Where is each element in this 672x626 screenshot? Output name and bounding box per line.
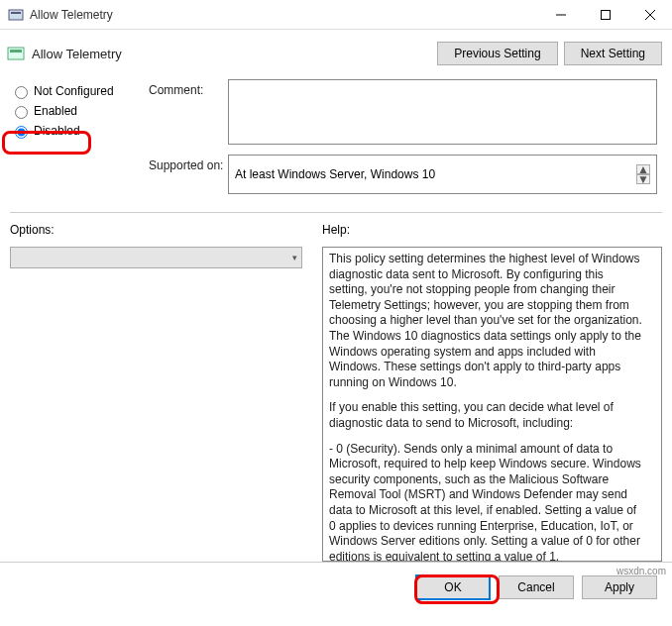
supported-on-label: Supported on: xyxy=(149,155,228,194)
supported-on-value: At least Windows Server, Windows 10 xyxy=(235,167,435,181)
radio-enabled-input[interactable] xyxy=(15,106,28,119)
minimize-button[interactable] xyxy=(538,0,583,30)
supported-on-box: At least Windows Server, Windows 10 ▲ ▼ xyxy=(228,155,657,194)
options-pane: Options: ▾ xyxy=(10,223,302,562)
svg-rect-3 xyxy=(601,10,610,19)
svg-rect-7 xyxy=(10,50,22,52)
dialog-title: Allow Telemetry xyxy=(32,47,431,61)
ok-button[interactable]: OK xyxy=(415,574,491,600)
supported-spinner[interactable]: ▲ ▼ xyxy=(636,164,650,184)
watermark: wsxdn.com xyxy=(616,566,666,576)
options-dropdown[interactable]: ▾ xyxy=(10,247,302,268)
help-paragraph: This policy setting determines the highe… xyxy=(329,252,643,390)
help-textbox[interactable]: This policy setting determines the highe… xyxy=(322,247,662,562)
next-setting-button[interactable]: Next Setting xyxy=(564,42,662,65)
svg-rect-1 xyxy=(11,12,21,14)
comment-textarea[interactable] xyxy=(228,79,657,145)
chevron-down-icon: ▾ xyxy=(292,253,297,262)
dialog-header: Allow Telemetry Previous Setting Next Se… xyxy=(0,30,672,73)
radio-disabled[interactable]: Disabled xyxy=(10,123,149,139)
title-bar: Allow Telemetry xyxy=(0,0,672,30)
radio-disabled-input[interactable] xyxy=(15,126,28,139)
options-label: Options: xyxy=(10,223,302,237)
radio-label: Not Configured xyxy=(34,84,114,98)
radio-not-configured-input[interactable] xyxy=(15,86,28,99)
app-icon xyxy=(8,7,24,23)
dialog-footer: OK Cancel Apply xyxy=(0,562,672,611)
help-label: Help: xyxy=(322,223,662,237)
close-button[interactable] xyxy=(627,0,672,30)
help-paragraph: If you enable this setting, you can deci… xyxy=(329,400,643,431)
svg-rect-0 xyxy=(9,10,23,20)
comment-label: Comment: xyxy=(149,79,228,145)
divider xyxy=(10,212,662,213)
window-title: Allow Telemetry xyxy=(30,8,538,22)
policy-icon xyxy=(6,44,26,63)
help-paragraph: - 0 (Security). Sends only a minimal amo… xyxy=(329,442,643,562)
radio-label: Disabled xyxy=(34,124,80,138)
spinner-down-icon[interactable]: ▼ xyxy=(636,174,650,184)
radio-enabled[interactable]: Enabled xyxy=(10,103,149,119)
help-pane: Help: This policy setting determines the… xyxy=(322,223,662,562)
svg-rect-6 xyxy=(8,48,24,59)
cancel-button[interactable]: Cancel xyxy=(499,575,574,599)
radio-label: Enabled xyxy=(34,104,77,118)
apply-button[interactable]: Apply xyxy=(582,575,657,599)
radio-not-configured[interactable]: Not Configured xyxy=(10,83,149,99)
state-radio-group: Not Configured Enabled Disabled xyxy=(0,79,149,204)
maximize-button[interactable] xyxy=(583,0,627,30)
previous-setting-button[interactable]: Previous Setting xyxy=(437,42,557,65)
